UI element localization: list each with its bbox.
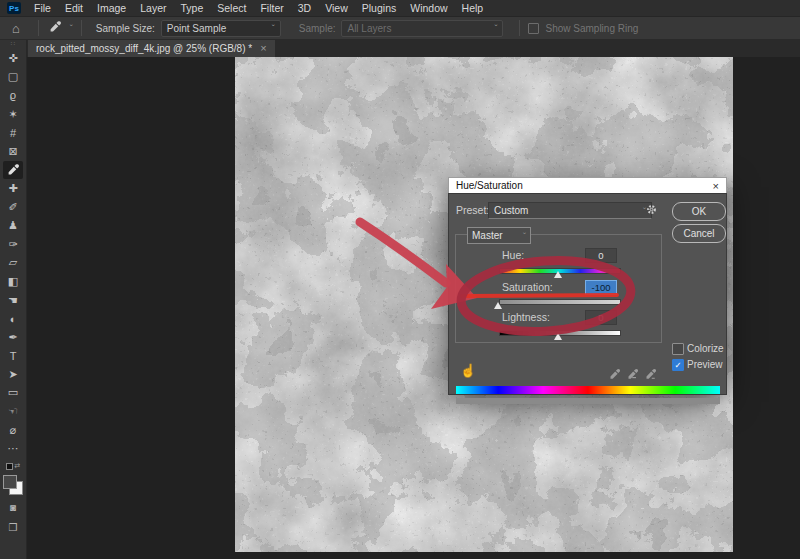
pen-tool[interactable]: ✒ <box>3 328 23 347</box>
preset-label: Preset: <box>456 204 489 216</box>
move-tool[interactable]: ✜ <box>3 49 23 68</box>
sample-select: All Layers ˇ <box>341 20 503 37</box>
lightness-value-field[interactable]: 0 <box>585 310 617 325</box>
color-swatches[interactable] <box>3 475 23 495</box>
smudge-tool[interactable]: ☚ <box>3 291 23 310</box>
zoom-tool[interactable]: ⌀ <box>3 421 23 440</box>
eyedropper-icon[interactable] <box>49 19 62 37</box>
lasso-tool[interactable]: ϱ <box>3 86 23 105</box>
quick-mask-button[interactable]: ◙ <box>10 499 16 515</box>
hue-saturation-dialog: Hue/Saturation × Preset: Custom ˇ OK Can… <box>448 177 727 392</box>
sample-label: Sample: <box>299 23 336 34</box>
divider <box>519 20 520 36</box>
magic-wand-tool[interactable]: ✶ <box>3 105 23 124</box>
eyedropper-plus-icon <box>627 367 639 383</box>
foreground-color-swatch[interactable] <box>3 475 17 489</box>
saturation-value-field[interactable]: -100 <box>585 280 617 295</box>
shape-tool[interactable]: ▭ <box>3 384 23 403</box>
photoshop-window: Ps FileEditImageLayerTypeSelectFilter3DV… <box>0 0 800 559</box>
show-sampling-ring-checkbox <box>528 23 539 34</box>
document-tab[interactable]: rock_pitted_mossy_diff_4k.jpg @ 25% (RGB… <box>28 39 275 57</box>
hand-tool[interactable]: ☜ <box>3 402 23 421</box>
hue-slider-thumb[interactable] <box>554 271 562 278</box>
chevron-down-icon[interactable]: ˇ <box>70 23 73 33</box>
menu-select[interactable]: Select <box>210 0 253 16</box>
gradient-tool[interactable]: ◧ <box>3 272 23 291</box>
options-bar: ⌂ ˇ Sample Size: Point Sample ˇ Sample: … <box>0 17 800 40</box>
tab-strip: rock_pitted_mossy_diff_4k.jpg @ 25% (RGB… <box>26 39 800 57</box>
lightness-slider-thumb[interactable] <box>554 333 562 340</box>
healing-brush-tool[interactable]: ✚ <box>3 179 23 198</box>
gear-icon[interactable] <box>646 204 657 217</box>
hue-spectrum-bar-after <box>456 398 720 404</box>
hue-value-field[interactable]: 0 <box>585 248 617 263</box>
colorize-label: Colorize <box>687 343 724 354</box>
chevron-down-icon: ˇ <box>272 23 275 33</box>
menu-type[interactable]: Type <box>173 0 210 16</box>
eyedropper-tool[interactable] <box>3 161 23 180</box>
tool-list: ✜▢ϱ✶#⊠✚✐♟✑▱◧☚◐✒T➤▭☜⌀⋯ <box>3 49 23 458</box>
channel-select[interactable]: Master ˇ <box>467 227 531 244</box>
menu-bar: Ps FileEditImageLayerTypeSelectFilter3DV… <box>0 0 800 17</box>
dialog-body: Preset: Custom ˇ OK Cancel Master ˇ Hue:… <box>448 193 727 395</box>
toolbar-options[interactable]: ⋯ <box>3 439 23 458</box>
dodge-tool[interactable]: ◐ <box>3 309 23 328</box>
preview-checkbox[interactable]: ✓ <box>672 359 684 371</box>
screen-mode-button[interactable]: ❐ <box>9 519 18 535</box>
divider <box>38 20 39 36</box>
sample-value: All Layers <box>347 23 391 34</box>
menu-filter[interactable]: Filter <box>253 0 290 16</box>
saturation-slider[interactable] <box>499 299 621 305</box>
lightness-label: Lightness: <box>502 311 550 323</box>
colorize-checkbox[interactable] <box>672 343 684 355</box>
tool-panel: ∷ ✜▢ϱ✶#⊠✚✐♟✑▱◧☚◐✒T➤▭☜⌀⋯ ⇄ ◙ ❐ <box>0 39 27 559</box>
ok-button[interactable]: OK <box>672 202 726 221</box>
eyedropper-icon <box>609 367 621 383</box>
sample-size-label: Sample Size: <box>96 23 155 34</box>
hue-label: Hue: <box>502 249 524 261</box>
menu-image[interactable]: Image <box>90 0 133 16</box>
channel-group <box>455 234 662 343</box>
frame-tool[interactable]: ⊠ <box>3 142 23 161</box>
home-icon[interactable]: ⌂ <box>12 21 20 36</box>
marquee-tool[interactable]: ▢ <box>3 68 23 87</box>
menu-edit[interactable]: Edit <box>58 0 90 16</box>
type-tool[interactable]: T <box>3 347 23 366</box>
saturation-label: Saturation: <box>502 281 553 293</box>
dialog-title-bar[interactable]: Hue/Saturation × <box>448 177 727 193</box>
path-select-tool[interactable]: ➤ <box>3 365 23 384</box>
dialog-title: Hue/Saturation <box>456 180 523 191</box>
menu-view[interactable]: View <box>318 0 355 16</box>
sample-size-select[interactable]: Point Sample ˇ <box>161 20 281 37</box>
preset-value: Custom <box>494 205 528 216</box>
panel-grip-icon[interactable]: ∷ <box>11 39 15 49</box>
hue-spectrum-bar-before <box>456 386 720 394</box>
channel-value: Master <box>472 230 503 241</box>
divider <box>81 20 82 36</box>
menu-items: FileEditImageLayerTypeSelectFilter3DView… <box>27 0 490 16</box>
default-colors-icon[interactable]: ⇄ <box>6 460 21 472</box>
eraser-tool[interactable]: ▱ <box>3 254 23 273</box>
history-brush-tool[interactable]: ✑ <box>3 235 23 254</box>
menu-3d[interactable]: 3D <box>291 0 318 16</box>
menu-layer[interactable]: Layer <box>133 0 173 16</box>
crop-tool[interactable]: # <box>3 123 23 142</box>
menu-plugins[interactable]: Plugins <box>355 0 403 16</box>
brush-tool[interactable]: ✐ <box>3 198 23 217</box>
cancel-button[interactable]: Cancel <box>672 224 726 243</box>
photoshop-logo-icon[interactable]: Ps <box>7 2 21 14</box>
chevron-down-icon: ˇ <box>523 231 526 241</box>
on-image-adjust-icon[interactable]: ☝ <box>460 363 476 378</box>
menu-file[interactable]: File <box>27 0 58 16</box>
menu-help[interactable]: Help <box>455 0 491 16</box>
sample-size-value: Point Sample <box>167 23 226 34</box>
menu-window[interactable]: Window <box>403 0 454 16</box>
preview-label: Preview <box>687 359 723 370</box>
close-icon[interactable]: × <box>713 180 719 192</box>
clone-stamp-tool[interactable]: ♟ <box>3 216 23 235</box>
preset-select[interactable]: Custom ˇ <box>488 202 652 219</box>
saturation-slider-thumb[interactable] <box>494 302 502 309</box>
chevron-down-icon: ˇ <box>494 23 497 33</box>
show-sampling-ring-label: Show Sampling Ring <box>545 23 638 34</box>
close-icon[interactable]: × <box>260 42 266 54</box>
